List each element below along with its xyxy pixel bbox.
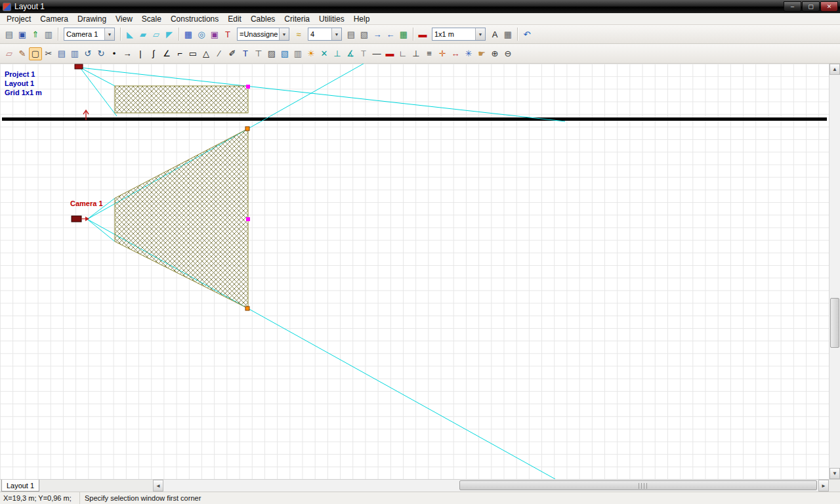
align-bottom-icon[interactable]: ∟ xyxy=(396,47,410,60)
selection-window-icon[interactable]: ▢ xyxy=(29,47,42,60)
polygon-icon[interactable]: △ xyxy=(200,47,213,60)
handle-magenta[interactable] xyxy=(246,217,250,221)
arrow-icon[interactable]: → xyxy=(121,47,134,60)
grid-combo[interactable]: 1x1 m ▼ xyxy=(432,28,486,41)
camera-combo[interactable]: Camera 1 ▼ xyxy=(64,28,115,41)
text-label-icon[interactable]: T xyxy=(221,28,234,41)
scroll-down-icon[interactable]: ▼ xyxy=(830,468,840,479)
count-combo[interactable]: 4 ▼ xyxy=(308,28,342,41)
menu-constructions[interactable]: Constructions xyxy=(166,14,223,24)
camera1-view-polygon[interactable] xyxy=(115,129,248,308)
text-icon[interactable]: T xyxy=(239,47,252,60)
print-layout-icon[interactable]: ▤ xyxy=(345,28,358,41)
menu-edit[interactable]: Edit xyxy=(223,14,246,24)
view-area-icon[interactable]: ▰ xyxy=(136,28,150,41)
menu-drawing[interactable]: Drawing xyxy=(73,14,111,24)
menu-cables[interactable]: Cables xyxy=(246,14,280,24)
save-icon[interactable]: ▣ xyxy=(16,28,29,41)
copy-image-icon[interactable]: ▧ xyxy=(358,28,371,41)
align-middle-icon[interactable]: ≡ xyxy=(423,47,436,60)
horizontal-scroll-track[interactable] xyxy=(163,480,818,492)
rectangle-icon[interactable]: ▭ xyxy=(186,47,200,60)
mirror-icon[interactable]: ✕ xyxy=(318,47,331,60)
cut-icon[interactable]: ✂ xyxy=(42,47,55,60)
cable-icon[interactable]: ≈ xyxy=(292,28,305,41)
scroll-right-icon[interactable]: ► xyxy=(818,480,829,492)
menu-view[interactable]: View xyxy=(111,14,137,24)
handle-magenta[interactable] xyxy=(246,85,250,89)
cable-combo[interactable]: =Unassigne ▼ xyxy=(237,28,289,41)
import-icon[interactable]: ← xyxy=(384,28,397,41)
thick-red-line-icon[interactable]: ▬ xyxy=(383,47,396,60)
menu-help[interactable]: Help xyxy=(349,14,375,24)
monitor-grid-icon[interactable]: ▦ xyxy=(182,28,195,41)
text-frame-icon[interactable]: ⊤ xyxy=(252,47,265,60)
vertical-scroll-track[interactable] xyxy=(830,75,840,468)
snap-icon[interactable]: ✳ xyxy=(462,47,475,60)
brush-icon[interactable]: ✎ xyxy=(16,47,29,60)
dropdown-arrow-icon[interactable]: ▼ xyxy=(104,28,114,40)
menu-utilities[interactable]: Utilities xyxy=(314,14,349,24)
menu-camera[interactable]: Camera xyxy=(35,14,73,24)
tab-layout-1[interactable]: Layout 1 xyxy=(1,480,39,492)
line-width-icon[interactable]: ▬ xyxy=(416,28,429,41)
wall-icon[interactable]: ▥ xyxy=(291,47,304,60)
hatch-line-icon[interactable]: ∕ xyxy=(213,47,226,60)
vertical-scroll-thumb[interactable] xyxy=(830,298,839,348)
font-icon[interactable]: A xyxy=(488,28,501,41)
point-icon[interactable]: • xyxy=(108,47,121,60)
vertical-scrollbar[interactable]: ▲ ▼ xyxy=(829,64,840,479)
copy-icon[interactable]: ▤ xyxy=(55,47,68,60)
print-preview-icon[interactable]: ▤ xyxy=(3,28,16,41)
align-top-icon[interactable]: ⊥ xyxy=(410,47,423,60)
stretch-icon[interactable]: ↔ xyxy=(449,47,462,60)
rotate-ccw-icon[interactable]: ↺ xyxy=(81,47,94,60)
polyline-icon[interactable]: ∫ xyxy=(147,47,160,60)
wall-line[interactable] xyxy=(2,117,827,121)
camera1-body[interactable] xyxy=(72,216,89,222)
export-image-icon[interactable]: ⇑ xyxy=(29,28,42,41)
close-button[interactable]: ✕ xyxy=(820,1,838,12)
paste-icon[interactable]: ▥ xyxy=(68,47,81,60)
pan-icon[interactable]: ☛ xyxy=(475,47,488,60)
world-3d-icon[interactable]: ◎ xyxy=(195,28,208,41)
line-icon[interactable]: | xyxy=(134,47,147,60)
dropdown-arrow-icon[interactable]: ▼ xyxy=(475,28,485,40)
zoom-out-icon[interactable]: ⊖ xyxy=(501,47,514,60)
pencil-icon[interactable]: ✐ xyxy=(226,47,239,60)
monitor-view-icon[interactable]: ▱ xyxy=(150,28,163,41)
layout-canvas[interactable]: Project 1 Layout 1 Grid 1x1 m Camera 1 xyxy=(0,64,829,479)
maximize-button[interactable]: ▢ xyxy=(802,1,820,12)
solid-icon[interactable]: ▧ xyxy=(278,47,291,60)
measure-angle-icon[interactable]: ∡ xyxy=(344,47,357,60)
menu-project[interactable]: Project xyxy=(2,14,35,24)
menu-criteria[interactable]: Criteria xyxy=(280,14,314,24)
report-icon[interactable]: ▥ xyxy=(42,28,55,41)
camera2-body[interactable] xyxy=(75,64,83,69)
minimize-button[interactable]: ‒ xyxy=(784,1,801,12)
zoom-in-icon[interactable]: ⊕ xyxy=(488,47,501,60)
trim-icon[interactable]: ⊥ xyxy=(331,47,344,60)
undo-icon[interactable]: ↶ xyxy=(520,28,534,41)
dropdown-arrow-icon[interactable]: ▼ xyxy=(331,28,341,40)
camera-fov-icon[interactable]: ◣ xyxy=(123,28,136,41)
grid-settings-icon[interactable]: ▦ xyxy=(501,28,514,41)
menu-scale[interactable]: Scale xyxy=(137,14,166,24)
horizontal-scroll-thumb[interactable] xyxy=(459,480,817,490)
move-node-icon[interactable]: ✛ xyxy=(436,47,449,60)
projection-icon[interactable]: ◤ xyxy=(163,28,176,41)
scroll-up-icon[interactable]: ▲ xyxy=(830,64,840,75)
dash-line-icon[interactable]: — xyxy=(370,47,383,60)
light-icon[interactable]: ☀ xyxy=(304,47,318,60)
scroll-left-icon[interactable]: ◄ xyxy=(153,480,163,492)
erase-icon[interactable]: ▱ xyxy=(3,47,16,60)
offset-icon[interactable]: ⌐ xyxy=(173,47,186,60)
angle-icon[interactable]: ∠ xyxy=(160,47,173,60)
camera2-view-rect[interactable] xyxy=(115,86,248,113)
dropdown-arrow-icon[interactable]: ▼ xyxy=(279,28,289,40)
export-icon[interactable]: → xyxy=(371,28,384,41)
rotate-cw-icon[interactable]: ↻ xyxy=(94,47,108,60)
table-icon[interactable]: ▦ xyxy=(397,28,410,41)
handle-orange[interactable] xyxy=(245,306,249,310)
small-text-icon[interactable]: T xyxy=(357,47,370,60)
